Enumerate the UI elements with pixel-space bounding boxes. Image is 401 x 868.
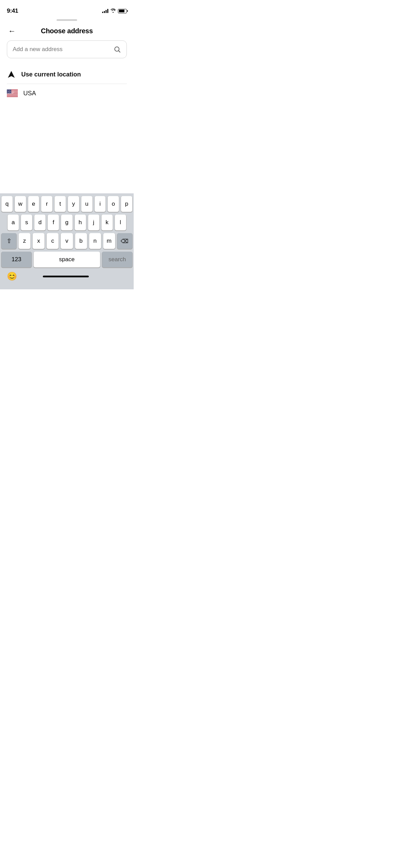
key-h[interactable]: h	[75, 215, 86, 230]
key-w[interactable]: w	[15, 196, 26, 212]
key-j[interactable]: j	[88, 215, 99, 230]
keyboard: q w e r t y u i o p a s d f g h j k l ⇧ …	[0, 193, 134, 289]
key-d[interactable]: d	[34, 215, 46, 230]
svg-text:★ ★ ★ ★ ★: ★ ★ ★ ★ ★	[8, 93, 14, 94]
battery-icon	[118, 9, 127, 13]
keyboard-row-2: a s d f g h j k l	[1, 215, 132, 230]
emoji-button[interactable]: 😊	[7, 272, 17, 281]
key-m[interactable]: m	[103, 233, 115, 249]
shift-key[interactable]: ⇧	[1, 233, 16, 249]
home-indicator	[43, 276, 89, 277]
key-e[interactable]: e	[28, 196, 39, 212]
search-container	[0, 40, 134, 65]
emoji-bar: 😊	[1, 269, 132, 288]
key-o[interactable]: o	[108, 196, 119, 212]
key-u[interactable]: u	[81, 196, 93, 212]
space-key[interactable]: space	[34, 252, 100, 267]
search-key[interactable]: search	[102, 252, 132, 267]
key-c[interactable]: c	[47, 233, 59, 249]
page-header: ← Choose address	[0, 21, 134, 40]
back-arrow-icon: ←	[8, 27, 16, 35]
key-l[interactable]: l	[115, 215, 126, 230]
key-q[interactable]: q	[1, 196, 13, 212]
country-item-usa[interactable]: ★ ★ ★ ★ ★ ★ ★ ★ ★ ★ ★ ★ ★ ★ ★ ★ ★ ★ ★ ★ …	[0, 84, 134, 103]
status-icons	[102, 8, 127, 14]
keyboard-bottom-row: 123 space search	[1, 252, 132, 267]
delete-key[interactable]: ⌫	[117, 233, 132, 249]
back-button[interactable]: ←	[7, 26, 17, 36]
numbers-key[interactable]: 123	[1, 252, 32, 267]
key-g[interactable]: g	[61, 215, 72, 230]
status-time: 9:41	[7, 8, 18, 14]
keyboard-row-3: ⇧ z x c v b n m ⌫	[1, 233, 132, 249]
key-k[interactable]: k	[101, 215, 113, 230]
country-name: USA	[23, 90, 36, 97]
key-b[interactable]: b	[75, 233, 87, 249]
signal-icon	[102, 9, 108, 13]
use-current-location-option[interactable]: Use current location	[0, 65, 134, 84]
usa-flag-icon: ★ ★ ★ ★ ★ ★ ★ ★ ★ ★ ★ ★ ★ ★ ★ ★ ★ ★ ★ ★ …	[7, 89, 18, 97]
key-n[interactable]: n	[89, 233, 101, 249]
key-p[interactable]: p	[121, 196, 132, 212]
wifi-icon	[110, 8, 116, 14]
key-y[interactable]: y	[68, 196, 79, 212]
location-icon	[7, 70, 16, 79]
key-s[interactable]: s	[21, 215, 32, 230]
key-z[interactable]: z	[19, 233, 31, 249]
key-x[interactable]: x	[33, 233, 45, 249]
key-v[interactable]: v	[61, 233, 73, 249]
key-a[interactable]: a	[8, 215, 19, 230]
svg-rect-7	[7, 95, 18, 95]
key-t[interactable]: t	[54, 196, 66, 212]
key-i[interactable]: i	[95, 196, 106, 212]
svg-rect-8	[7, 96, 18, 97]
search-button[interactable]	[113, 46, 121, 53]
keyboard-row-1: q w e r t y u i o p	[1, 196, 132, 212]
key-f[interactable]: f	[48, 215, 59, 230]
svg-line-1	[119, 51, 120, 52]
address-search-input[interactable]	[13, 46, 113, 53]
search-icon	[113, 46, 121, 53]
location-label: Use current location	[21, 71, 81, 78]
status-bar: 9:41	[0, 0, 134, 17]
key-r[interactable]: r	[41, 196, 52, 212]
search-input-wrapper[interactable]	[7, 40, 127, 58]
page-title: Choose address	[41, 27, 93, 35]
svg-point-0	[115, 47, 119, 51]
